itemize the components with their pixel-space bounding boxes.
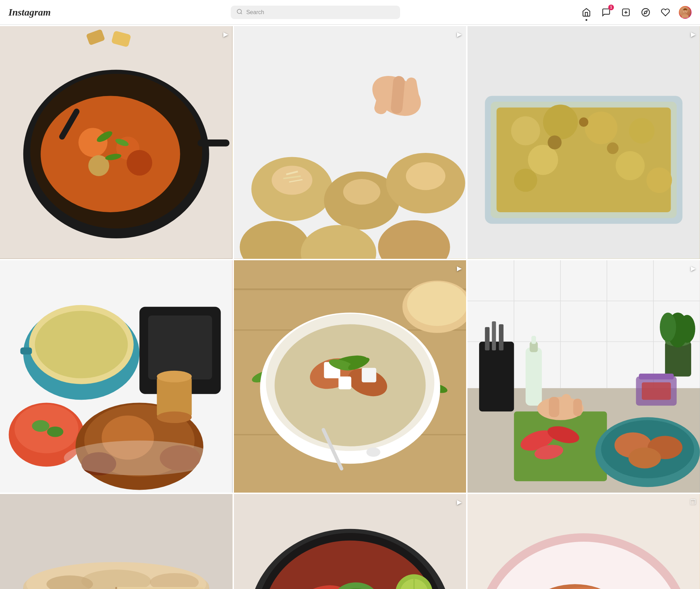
grid-item-8[interactable]: ▶ xyxy=(234,494,466,589)
grid-item-1[interactable]: ▶ xyxy=(0,26,233,259)
svg-point-49 xyxy=(543,105,578,139)
grid-item-9[interactable]: ❐ xyxy=(467,494,700,589)
svg-rect-139 xyxy=(573,399,582,416)
svg-rect-78 xyxy=(157,376,192,417)
svg-point-59 xyxy=(579,118,588,127)
food-image-2 xyxy=(234,26,466,259)
play-icon-6: ▶ xyxy=(691,264,696,272)
svg-rect-125 xyxy=(639,374,674,379)
svg-point-8 xyxy=(682,14,689,18)
explore-button[interactable] xyxy=(639,6,652,19)
search-bar xyxy=(231,6,400,19)
svg-point-54 xyxy=(616,151,645,180)
svg-marker-151 xyxy=(116,587,203,589)
svg-point-63 xyxy=(35,311,128,378)
grid-item-3[interactable]: ▶ xyxy=(467,26,700,259)
svg-rect-112 xyxy=(479,341,514,411)
svg-point-35 xyxy=(343,179,380,204)
search-container xyxy=(231,6,400,19)
messages-badge: 1 xyxy=(608,5,614,10)
play-icon-5: ▶ xyxy=(457,264,462,272)
svg-rect-64 xyxy=(20,347,32,355)
svg-point-122 xyxy=(660,313,676,341)
svg-point-57 xyxy=(548,136,562,150)
svg-point-15 xyxy=(41,96,180,212)
svg-point-77 xyxy=(64,440,215,475)
svg-point-71 xyxy=(47,427,63,437)
svg-point-53 xyxy=(566,151,601,186)
food-image-9 xyxy=(467,494,700,589)
svg-point-70 xyxy=(32,420,49,432)
home-active-dot xyxy=(585,19,587,21)
grid-item-5[interactable]: ▶ xyxy=(234,260,466,493)
svg-rect-118 xyxy=(531,336,536,344)
messages-button[interactable]: 1 xyxy=(600,6,612,19)
svg-point-50 xyxy=(585,112,617,144)
food-image-8 xyxy=(234,494,466,589)
svg-rect-114 xyxy=(492,321,496,350)
create-button[interactable] xyxy=(620,6,632,19)
multi-icon-9: ❐ xyxy=(690,498,696,506)
food-image-5 xyxy=(234,260,466,493)
svg-point-56 xyxy=(647,167,672,193)
svg-rect-138 xyxy=(562,394,571,416)
svg-rect-97 xyxy=(338,376,351,389)
play-icon-8: ▶ xyxy=(457,498,462,506)
svg-point-36 xyxy=(406,162,445,190)
svg-line-1 xyxy=(241,13,242,14)
profile-avatar[interactable] xyxy=(679,6,692,19)
photo-grid-container: ▶ xyxy=(0,25,700,589)
svg-rect-137 xyxy=(549,397,560,417)
svg-point-135 xyxy=(628,447,661,468)
food-image-1 xyxy=(0,26,233,259)
svg-rect-25 xyxy=(198,139,230,147)
svg-rect-115 xyxy=(499,324,503,350)
svg-point-11 xyxy=(686,11,687,11)
likes-button[interactable] xyxy=(659,6,672,19)
svg-point-16 xyxy=(78,128,107,157)
svg-point-51 xyxy=(629,118,654,143)
grid-item-2[interactable]: ▶ xyxy=(234,26,466,259)
grid-item-4[interactable] xyxy=(0,260,233,493)
photo-grid: ▶ xyxy=(0,25,700,589)
food-image-3 xyxy=(467,26,700,259)
nav-icons: 1 xyxy=(580,6,692,19)
search-icon xyxy=(236,8,243,16)
svg-rect-113 xyxy=(485,327,490,350)
food-image-6 xyxy=(467,260,700,493)
svg-point-10 xyxy=(684,11,684,11)
header: Instagram 1 xyxy=(0,0,700,25)
svg-rect-67 xyxy=(148,315,212,379)
svg-point-80 xyxy=(157,411,192,423)
svg-point-34 xyxy=(272,166,312,195)
svg-rect-96 xyxy=(362,368,376,382)
svg-point-58 xyxy=(607,142,619,154)
avatar-image xyxy=(680,7,691,18)
svg-point-123 xyxy=(679,315,695,343)
play-icon-1: ▶ xyxy=(223,30,228,38)
food-image-4 xyxy=(0,260,233,493)
svg-point-87 xyxy=(407,282,466,326)
home-button[interactable] xyxy=(580,6,593,19)
food-image-7 xyxy=(0,494,233,589)
svg-point-55 xyxy=(514,168,537,192)
svg-point-0 xyxy=(237,9,241,13)
svg-rect-126 xyxy=(642,382,671,399)
svg-marker-6 xyxy=(644,11,647,14)
play-icon-3: ▶ xyxy=(691,30,696,38)
svg-rect-116 xyxy=(526,347,542,406)
svg-point-79 xyxy=(157,371,192,382)
logo[interactable]: Instagram xyxy=(8,7,51,18)
svg-point-5 xyxy=(642,8,650,16)
grid-item-6[interactable]: ▶ xyxy=(467,260,700,493)
search-input[interactable] xyxy=(246,9,394,16)
grid-item-7[interactable] xyxy=(0,494,233,589)
play-icon-2: ▶ xyxy=(457,30,462,38)
svg-point-48 xyxy=(511,116,540,145)
svg-point-101 xyxy=(366,447,380,457)
svg-point-19 xyxy=(127,150,152,175)
